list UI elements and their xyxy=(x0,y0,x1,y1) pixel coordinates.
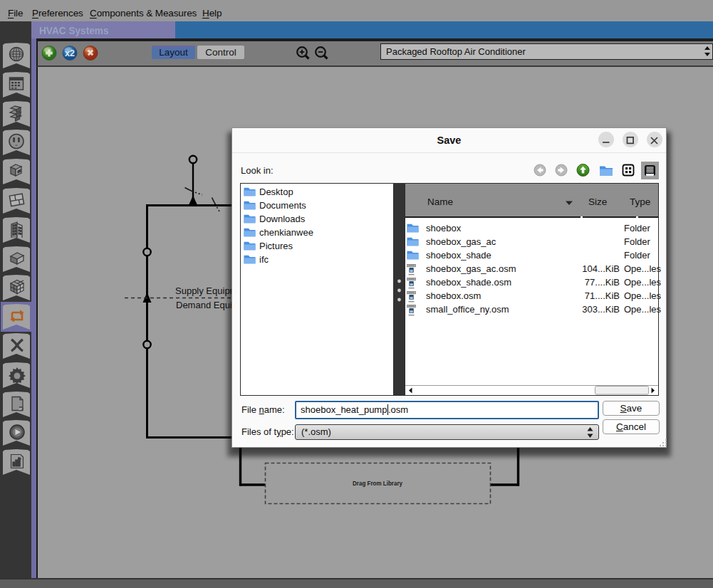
svg-text:Drag From Library: Drag From Library xyxy=(353,479,403,487)
